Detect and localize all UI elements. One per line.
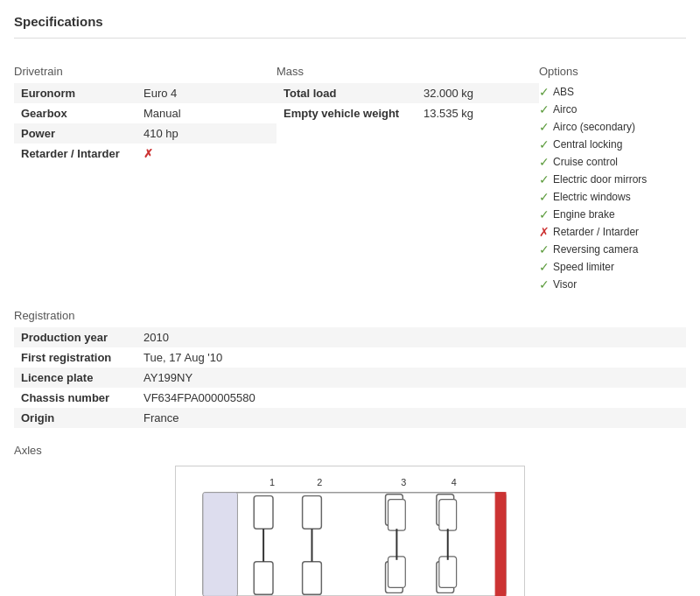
drivetrain-section: Drivetrain EuronormEuro 4GearboxManualPo… <box>14 49 276 293</box>
registration-label: Licence plate <box>14 368 136 388</box>
svg-rect-5 <box>254 562 273 595</box>
svg-text:3: 3 <box>401 477 406 487</box>
axles-heading: Axles <box>14 444 686 457</box>
registration-label: First registration <box>14 347 136 368</box>
options-list-item: ✓Visor <box>539 276 686 293</box>
registration-value: Tue, 17 Aug '10 <box>136 347 686 368</box>
svg-rect-15 <box>388 557 406 588</box>
options-list-item: ✓Electric windows <box>539 188 686 206</box>
drivetrain-label: Power <box>14 123 136 144</box>
options-list-item: ✓Reversing camera <box>539 241 686 258</box>
svg-rect-4 <box>254 496 273 529</box>
drivetrain-heading: Drivetrain <box>14 65 276 78</box>
option-label: Visor <box>553 278 577 291</box>
drivetrain-label: Euronorm <box>14 83 136 103</box>
options-list-item: ✓Electric door mirrors <box>539 171 686 188</box>
option-label: Airco <box>553 103 577 116</box>
option-label: Airco (secondary) <box>553 121 635 133</box>
drivetrain-label: Gearbox <box>14 103 136 123</box>
specifications-page: Specifications Drivetrain EuronormEuro 4… <box>0 0 700 596</box>
registration-value: 2010 <box>136 327 686 347</box>
check-red-icon: ✗ <box>539 225 550 239</box>
mass-heading: Mass <box>276 65 539 78</box>
check-green-icon: ✓ <box>539 260 550 274</box>
check-green-icon: ✓ <box>539 85 550 99</box>
options-section: Options ✓ABS✓Airco✓Airco (secondary)✓Cen… <box>539 49 686 293</box>
check-green-icon: ✓ <box>539 120 550 134</box>
svg-text:1: 1 <box>270 477 275 487</box>
axle-diagram: 1 2 3 <box>14 466 686 596</box>
check-green-icon: ✓ <box>539 172 550 186</box>
options-list-item: ✓Airco <box>539 101 686 118</box>
options-list-item: ✓Engine brake <box>539 206 686 223</box>
page-title: Specifications <box>14 14 686 29</box>
mass-label: Empty vehicle weight <box>276 103 416 123</box>
drivetrain-label: Retarder / Intarder <box>14 144 136 164</box>
svg-rect-19 <box>439 500 457 531</box>
option-label: Central locking <box>553 138 622 151</box>
mass-value: 32.000 kg <box>416 83 539 103</box>
options-list-item: ✗Retarder / Intarder <box>539 223 686 241</box>
top-grid: Drivetrain EuronormEuro 4GearboxManualPo… <box>14 49 686 293</box>
registration-table: Production year2010First registrationTue… <box>14 327 686 428</box>
option-label: Retarder / Intarder <box>553 226 639 238</box>
options-list-item: ✓Speed limiter <box>539 258 686 276</box>
check-green-icon: ✓ <box>539 155 550 169</box>
axles-section: Axles 1 2 <box>14 444 686 596</box>
drivetrain-value: Euro 4 <box>136 83 276 103</box>
options-list: ✓ABS✓Airco✓Airco (secondary)✓Central loc… <box>539 83 686 293</box>
check-green-icon: ✓ <box>539 102 550 116</box>
option-label: Electric windows <box>553 191 631 203</box>
option-label: Electric door mirrors <box>553 173 647 186</box>
svg-text:2: 2 <box>317 477 322 487</box>
options-list-item: ✓Airco (secondary) <box>539 118 686 136</box>
drivetrain-table: EuronormEuro 4GearboxManualPower410 hpRe… <box>14 83 276 164</box>
check-green-icon: ✓ <box>539 137 550 151</box>
check-green-icon: ✓ <box>539 207 550 221</box>
options-list-item: ✓ABS <box>539 83 686 101</box>
drivetrain-value: ✗ <box>136 144 276 164</box>
mass-label: Total load <box>276 83 416 103</box>
check-green-icon: ✓ <box>539 190 550 204</box>
svg-rect-13 <box>388 500 406 531</box>
registration-value: AY199NY <box>136 368 686 388</box>
registration-heading: Registration <box>14 309 686 322</box>
options-list-item: ✓Central locking <box>539 136 686 153</box>
mass-table: Total load32.000 kgEmpty vehicle weight1… <box>276 83 539 123</box>
svg-rect-0 <box>203 493 506 596</box>
option-label: ABS <box>553 86 574 98</box>
options-heading: Options <box>539 65 686 78</box>
option-label: Engine brake <box>553 208 615 221</box>
mass-section: Mass Total load32.000 kgEmpty vehicle we… <box>276 49 539 293</box>
check-green-icon: ✓ <box>539 277 550 291</box>
mass-value: 13.535 kg <box>416 103 539 123</box>
svg-rect-2 <box>495 493 506 596</box>
options-list-item: ✓Cruise control <box>539 153 686 171</box>
svg-rect-21 <box>439 557 457 588</box>
option-label: Reversing camera <box>553 243 638 256</box>
option-label: Cruise control <box>553 156 618 168</box>
option-label: Speed limiter <box>553 261 614 273</box>
svg-text:4: 4 <box>452 477 457 487</box>
check-green-icon: ✓ <box>539 242 550 256</box>
registration-value: VF634FPA000005580 <box>136 388 686 408</box>
registration-label: Origin <box>14 408 136 428</box>
svg-rect-9 <box>303 562 322 595</box>
svg-rect-1 <box>203 493 238 596</box>
drivetrain-value: Manual <box>136 103 276 123</box>
registration-label: Chassis number <box>14 388 136 408</box>
truck-svg: 1 2 3 <box>175 466 525 596</box>
drivetrain-value: 410 hp <box>136 123 276 144</box>
registration-value: France <box>136 408 686 428</box>
svg-rect-8 <box>303 496 322 529</box>
registration-section: Registration Production year2010First re… <box>14 309 686 428</box>
registration-label: Production year <box>14 327 136 347</box>
